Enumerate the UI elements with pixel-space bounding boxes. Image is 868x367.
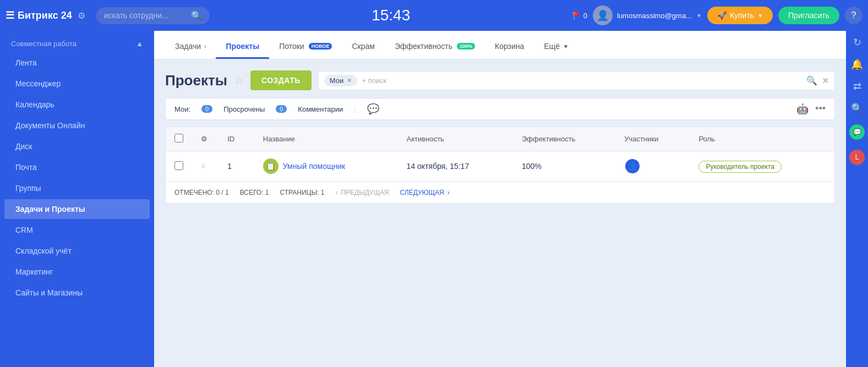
flag-count: 0 bbox=[583, 12, 587, 20]
table-header-checkbox[interactable] bbox=[166, 127, 192, 151]
tabs-bar: Задачи › Проекты Потоки НОВОЕ Скрам Эффе… bbox=[154, 31, 846, 59]
filter-tag-close-icon[interactable]: ✕ bbox=[347, 77, 352, 84]
sidebar-section-label: Совместная работа bbox=[11, 40, 77, 48]
sidebar-item-warehouse[interactable]: Складской учёт bbox=[4, 241, 150, 261]
sidebar-item-messenger[interactable]: Мессенджер bbox=[4, 74, 150, 94]
sidebar-item-groups[interactable]: Группы bbox=[4, 178, 150, 198]
flag-icon: 🚩 bbox=[572, 12, 581, 20]
user-menu[interactable]: 👤 lumosmassimo@gma... ▼ bbox=[593, 6, 702, 25]
overdue-count: 0 bbox=[201, 105, 212, 113]
robot-icon[interactable]: 🤖 bbox=[796, 103, 809, 115]
project-name-text[interactable]: Умный помощник bbox=[283, 162, 345, 171]
sidebar-item-calendar[interactable]: Календарь bbox=[4, 95, 150, 114]
drag-handle-icon[interactable]: ≡ bbox=[201, 162, 205, 171]
col-header-role: Роль bbox=[690, 127, 834, 151]
sidebar-item-docs[interactable]: Документы Онлайн bbox=[4, 116, 150, 135]
tab-more[interactable]: Ещё ▼ bbox=[534, 35, 578, 59]
logo: ☰ Битрикс 24 bbox=[6, 9, 72, 21]
content-area: Проекты ☆ СОЗДАТЬ Мои ✕ + поиск 🔍 ✕ Мои:… bbox=[154, 59, 846, 367]
chat-icon[interactable]: 💬 bbox=[367, 103, 379, 115]
sidebar-collapse-icon: ▲ bbox=[136, 40, 143, 48]
tab-scrum[interactable]: Скрам bbox=[342, 35, 384, 59]
col-header-name: Название bbox=[254, 127, 398, 151]
create-button[interactable]: СОЗДАТЬ bbox=[250, 70, 312, 90]
participant-avatar[interactable]: 👤 bbox=[624, 158, 641, 174]
topbar: ☰ Битрикс 24 ⚙ 🔍 15:43 🚩 0 👤 lumosmassim… bbox=[0, 0, 868, 31]
bell-icon[interactable]: 🔔 bbox=[851, 58, 863, 70]
sidebar-section-header[interactable]: Совместная работа ▲ bbox=[0, 35, 154, 52]
favorite-star-icon[interactable]: ☆ bbox=[234, 74, 244, 87]
row-efficiency: 100% bbox=[513, 151, 615, 182]
row-id: 1 bbox=[219, 151, 254, 182]
table-row: ≡ 1 📋 Умный помощник bbox=[166, 151, 834, 182]
right-panel: Задачи › Проекты Потоки НОВОЕ Скрам Эффе… bbox=[154, 31, 846, 367]
row-role: Руководитель проекта bbox=[690, 151, 834, 182]
tab-tasks[interactable]: Задачи › bbox=[165, 35, 216, 59]
table-header-settings[interactable]: ⚙ bbox=[192, 127, 219, 151]
efficiency-badge: 100% bbox=[457, 43, 475, 50]
user-avatar-icon[interactable]: L bbox=[849, 150, 865, 165]
sidebar-item-feed[interactable]: Лента bbox=[4, 53, 150, 73]
chat-bubble-icon[interactable]: 💬 bbox=[849, 124, 865, 140]
sidebar-item-tasks[interactable]: Задачи и Проекты bbox=[4, 199, 150, 219]
separator: | bbox=[354, 105, 356, 113]
search-bar[interactable]: 🔍 bbox=[96, 7, 210, 24]
filter-search-placeholder[interactable]: + поиск bbox=[362, 76, 386, 85]
prev-page-button[interactable]: ‹ ПРЕДЫДУЩАЯ bbox=[335, 189, 389, 196]
row-name[interactable]: 📋 Умный помощник bbox=[254, 151, 398, 182]
overdue-label: Просрочены bbox=[223, 105, 265, 113]
sidebar: Совместная работа ▲ Лента Мессенджер Кал… bbox=[0, 31, 154, 367]
filter-close-icon[interactable]: ✕ bbox=[822, 75, 829, 86]
search-input[interactable] bbox=[104, 11, 187, 20]
row-drag-cell[interactable]: ≡ bbox=[192, 151, 219, 182]
chevron-left-icon: ‹ bbox=[335, 189, 337, 196]
row-checkbox-cell[interactable] bbox=[166, 151, 192, 182]
tab-efficiency[interactable]: Эффективность 100% bbox=[385, 35, 485, 59]
invite-button[interactable]: Пригласить bbox=[778, 7, 839, 24]
tab-flows[interactable]: Потоки НОВОЕ bbox=[269, 35, 342, 59]
menu-icon[interactable]: ☰ bbox=[6, 9, 14, 21]
projects-table-container: ⚙ ID Название Активность bbox=[165, 127, 835, 204]
gear-icon[interactable]: ⚙ bbox=[201, 135, 208, 143]
settings-icon[interactable]: ⚙ bbox=[78, 10, 85, 21]
col-header-efficiency: Эффективность bbox=[513, 127, 615, 151]
sidebar-item-disk[interactable]: Диск bbox=[4, 136, 150, 156]
sidebar-item-sites[interactable]: Сайты и Магазины bbox=[4, 283, 150, 303]
tab-projects[interactable]: Проекты bbox=[216, 35, 269, 59]
more-options-icon[interactable]: ••• bbox=[815, 103, 826, 115]
total-count: ВСЕГО: 1 bbox=[240, 189, 269, 196]
next-page-button[interactable]: СЛЕДУЮЩАЯ › bbox=[400, 189, 450, 196]
help-button[interactable]: ? bbox=[845, 7, 862, 24]
chevron-down-icon-more: ▼ bbox=[563, 43, 569, 50]
chevron-right-icon: › bbox=[447, 189, 450, 196]
row-participants[interactable]: 👤 bbox=[615, 151, 690, 182]
flows-badge: НОВОЕ bbox=[309, 43, 332, 50]
username: lumosmassimo@gma... bbox=[617, 12, 692, 20]
row-checkbox[interactable] bbox=[174, 161, 183, 170]
comments-label: Комментарии bbox=[298, 105, 343, 113]
sidebar-item-mail[interactable]: Почта bbox=[4, 157, 150, 177]
chevron-right-icon: › bbox=[204, 43, 206, 50]
pagination: ОТМЕЧЕНО: 0 / 1 ВСЕГО: 1 СТРАНИЦЫ: 1 ‹ П… bbox=[166, 182, 834, 203]
sync-icon[interactable]: ⇄ bbox=[853, 80, 861, 92]
col-header-id: ID bbox=[219, 127, 254, 151]
row-activity: 14 октября, 15:17 bbox=[398, 151, 513, 182]
search-right-icon[interactable]: 🔍 bbox=[851, 102, 863, 114]
refresh-icon[interactable]: ↻ bbox=[853, 36, 861, 48]
filter-tag-label: Мои bbox=[330, 76, 343, 85]
sidebar-item-marketing[interactable]: Маркетинг bbox=[4, 262, 150, 282]
right-icons-bar: ↻ 🔔 ⇄ 🔍 💬 L bbox=[846, 31, 868, 367]
col-header-participants: Участники bbox=[615, 127, 690, 151]
table-scroll-area[interactable]: ⚙ ID Название Активность bbox=[166, 127, 834, 182]
avatar: 👤 bbox=[593, 6, 613, 25]
marked-count: ОТМЕЧЕНО: 0 / 1 bbox=[174, 189, 229, 196]
col-header-activity: Активность bbox=[398, 127, 513, 151]
page-header: Проекты ☆ СОЗДАТЬ Мои ✕ + поиск 🔍 ✕ bbox=[165, 70, 835, 90]
sidebar-item-crm[interactable]: CRM bbox=[4, 220, 150, 240]
filter-search-icon[interactable]: 🔍 bbox=[806, 75, 817, 86]
tab-basket[interactable]: Корзина bbox=[485, 35, 534, 59]
buy-button[interactable]: 🚀 Купить ▼ bbox=[707, 7, 773, 24]
role-badge: Руководитель проекта bbox=[698, 161, 782, 173]
select-all-checkbox[interactable] bbox=[174, 134, 183, 143]
search-icon: 🔍 bbox=[191, 10, 202, 21]
